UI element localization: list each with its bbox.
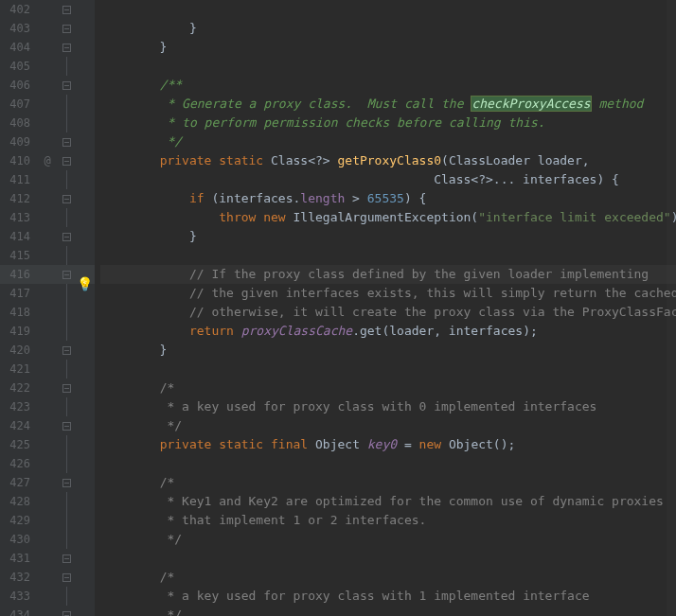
code-line[interactable]: throw new IllegalArgumentException("inte… <box>100 208 676 227</box>
fold-column[interactable] <box>57 511 76 530</box>
code-line[interactable]: * to perform permission checks before ca… <box>100 114 676 132</box>
fold-column[interactable] <box>57 170 76 189</box>
gutter-row[interactable]: 432 <box>0 568 95 587</box>
fold-column[interactable] <box>57 0 76 19</box>
fold-column[interactable] <box>57 341 76 360</box>
fold-column[interactable] <box>57 284 76 303</box>
code-line[interactable]: * Generate a proxy class. Must call the … <box>100 95 676 114</box>
fold-column[interactable] <box>57 114 76 132</box>
gutter-row[interactable]: 403 <box>0 19 95 38</box>
code-line[interactable]: private static final Object key0 = new O… <box>100 435 676 454</box>
gutter-row[interactable]: 428 <box>0 492 95 511</box>
fold-toggle-icon[interactable] <box>62 479 71 487</box>
fold-toggle-icon[interactable] <box>62 611 71 616</box>
gutter-row[interactable]: 423 <box>0 397 95 416</box>
code-line[interactable]: } <box>100 227 676 246</box>
gutter-row[interactable]: 408 <box>0 114 95 132</box>
fold-column[interactable] <box>57 265 76 284</box>
fold-column[interactable] <box>57 606 76 616</box>
fold-column[interactable] <box>57 132 76 151</box>
fold-column[interactable] <box>57 416 76 435</box>
code-line[interactable]: // the given interfaces exists, this wil… <box>100 284 676 303</box>
fold-toggle-icon[interactable] <box>62 346 71 355</box>
gutter-row[interactable]: 434 <box>0 606 95 616</box>
fold-column[interactable] <box>57 208 76 227</box>
fold-column[interactable] <box>57 246 76 265</box>
code-line[interactable]: * that implement 1 or 2 interfaces. <box>100 511 676 530</box>
gutter-row[interactable]: 404 <box>0 38 95 57</box>
fold-column[interactable] <box>57 19 76 38</box>
fold-column[interactable] <box>57 189 76 208</box>
code-editor[interactable]: 402403404405406407408409410@411412413414… <box>0 0 676 616</box>
code-line[interactable]: */ <box>100 530 676 549</box>
gutter-row[interactable]: 415 <box>0 246 95 265</box>
code-line[interactable]: if (interfaces.length > 65535) { <box>100 189 676 208</box>
fold-column[interactable] <box>57 303 76 322</box>
fold-toggle-icon[interactable] <box>62 81 71 90</box>
fold-column[interactable] <box>57 492 76 511</box>
code-line[interactable]: /* <box>100 568 676 587</box>
fold-column[interactable] <box>57 397 76 416</box>
code-line[interactable]: private static Class<?> getProxyClass0(C… <box>100 151 676 170</box>
gutter-row[interactable]: 431 <box>0 549 95 568</box>
gutter-row[interactable]: 407 <box>0 95 95 114</box>
fold-column[interactable] <box>57 549 76 568</box>
fold-toggle-icon[interactable] <box>62 573 71 582</box>
code-line[interactable]: */ <box>100 606 676 616</box>
code-line[interactable] <box>100 57 676 76</box>
fold-column[interactable] <box>57 38 76 57</box>
code-line[interactable] <box>100 0 676 19</box>
fold-column[interactable] <box>57 322 76 341</box>
code-line[interactable]: } <box>100 19 676 38</box>
gutter-row[interactable]: 409 <box>0 132 95 151</box>
fold-column[interactable] <box>57 95 76 114</box>
fold-column[interactable] <box>57 360 76 378</box>
code-line[interactable]: * a key used for proxy class with 0 impl… <box>100 397 676 416</box>
gutter-row[interactable]: 421 <box>0 360 95 378</box>
gutter-row[interactable]: 427 <box>0 473 95 492</box>
fold-column[interactable] <box>57 454 76 473</box>
fold-column[interactable] <box>57 227 76 246</box>
code-line[interactable]: * Key1 and Key2 are optimized for the co… <box>100 492 676 511</box>
gutter-row[interactable]: 429 <box>0 511 95 530</box>
gutter-row[interactable]: 418 <box>0 303 95 322</box>
code-line[interactable]: */ <box>100 132 676 151</box>
code-line[interactable]: } <box>100 38 676 57</box>
code-line[interactable]: } <box>100 341 676 360</box>
code-line[interactable]: // otherwise, it will create the proxy c… <box>100 303 676 322</box>
fold-toggle-icon[interactable] <box>62 271 71 279</box>
gutter-row[interactable]: 414 <box>0 227 95 246</box>
gutter-row[interactable]: 422 <box>0 378 95 397</box>
fold-column[interactable] <box>57 57 76 76</box>
gutter-row[interactable]: 426 <box>0 454 95 473</box>
fold-toggle-icon[interactable] <box>62 25 71 33</box>
gutter-row[interactable]: 419 <box>0 322 95 341</box>
code-line[interactable]: // If the proxy class defined by the giv… <box>100 265 676 284</box>
gutter-row[interactable]: 417 <box>0 284 95 303</box>
gutter-row[interactable]: 416💡 <box>0 265 95 284</box>
code-line[interactable]: */ <box>100 416 676 435</box>
fold-column[interactable] <box>57 378 76 397</box>
fold-toggle-icon[interactable] <box>62 233 71 241</box>
gutter-row[interactable]: 413 <box>0 208 95 227</box>
gutter-row[interactable]: 424 <box>0 416 95 435</box>
fold-toggle-icon[interactable] <box>62 195 71 203</box>
fold-column[interactable] <box>57 435 76 454</box>
code-line[interactable]: * a key used for proxy class with 1 impl… <box>100 587 676 606</box>
gutter-row[interactable]: 425 <box>0 435 95 454</box>
fold-toggle-icon[interactable] <box>62 6 71 14</box>
gutter-row[interactable]: 406 <box>0 76 95 95</box>
code-area[interactable]: } } /** * Generate a proxy class. Must c… <box>95 0 676 616</box>
code-line[interactable]: return proxyClassCache.get(loader, inter… <box>100 322 676 341</box>
vertical-scrollbar[interactable] <box>667 0 676 616</box>
fold-toggle-icon[interactable] <box>62 384 71 393</box>
gutter-row[interactable]: 412 <box>0 189 95 208</box>
code-line[interactable]: Class<?>... interfaces) { <box>100 170 676 189</box>
fold-toggle-icon[interactable] <box>62 157 71 166</box>
code-line[interactable]: /* <box>100 378 676 397</box>
fold-column[interactable] <box>57 530 76 549</box>
gutter-row[interactable]: 410@ <box>0 151 95 170</box>
fold-toggle-icon[interactable] <box>62 554 71 563</box>
fold-toggle-icon[interactable] <box>62 138 71 147</box>
code-line[interactable] <box>100 360 676 378</box>
